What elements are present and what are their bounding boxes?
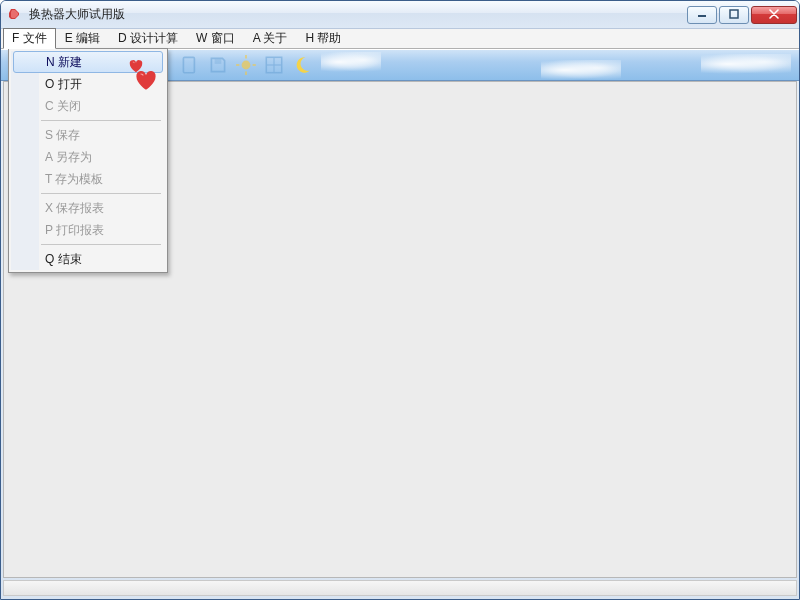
menu-edit[interactable]: E 编辑 [56,28,109,49]
app-window: 换热器大师试用版 F 文件 E 编辑 D 设计计算 W 窗口 A 关于 H 帮助 [0,0,800,600]
menu-item-exit[interactable]: Q 结束 [11,248,165,270]
close-icon [768,8,780,22]
app-icon [7,7,23,23]
menu-item-print-report[interactable]: P 打印报表 [11,219,165,241]
window-controls [687,6,797,24]
menu-design[interactable]: D 设计计算 [109,28,187,49]
menu-separator [41,244,161,245]
minimize-icon [697,8,707,22]
toolbar-moon-icon[interactable] [291,54,313,76]
title-bar: 换热器大师试用版 [1,1,799,29]
toolbar-save-icon[interactable] [207,54,229,76]
svg-point-4 [242,61,251,70]
toolbar-file-icon[interactable] [179,54,201,76]
svg-rect-2 [183,57,194,72]
minimize-button[interactable] [687,6,717,24]
maximize-icon [729,8,739,22]
menu-item-save-as[interactable]: A 另存为 [11,146,165,168]
heart-icon [134,69,158,91]
maximize-button[interactable] [719,6,749,24]
svg-rect-3 [215,58,222,64]
close-button[interactable] [751,6,797,24]
toolbar-grid-icon[interactable] [263,54,285,76]
menu-bar: F 文件 E 编辑 D 设计计算 W 窗口 A 关于 H 帮助 [1,29,799,49]
toolbar-sun-icon[interactable] [235,54,257,76]
menu-separator [41,193,161,194]
menu-item-save-report[interactable]: X 保存报表 [11,197,165,219]
svg-rect-0 [698,15,706,17]
svg-rect-1 [730,10,738,18]
menu-window[interactable]: W 窗口 [187,28,244,49]
status-bar [3,580,797,596]
menu-file[interactable]: F 文件 [3,28,56,49]
menu-help[interactable]: H 帮助 [296,28,350,49]
menu-item-save[interactable]: S 保存 [11,124,165,146]
menu-about[interactable]: A 关于 [244,28,297,49]
menu-item-save-template[interactable]: T 存为模板 [11,168,165,190]
menu-separator [41,120,161,121]
menu-item-close[interactable]: C 关闭 [11,95,165,117]
window-title: 换热器大师试用版 [29,6,687,23]
